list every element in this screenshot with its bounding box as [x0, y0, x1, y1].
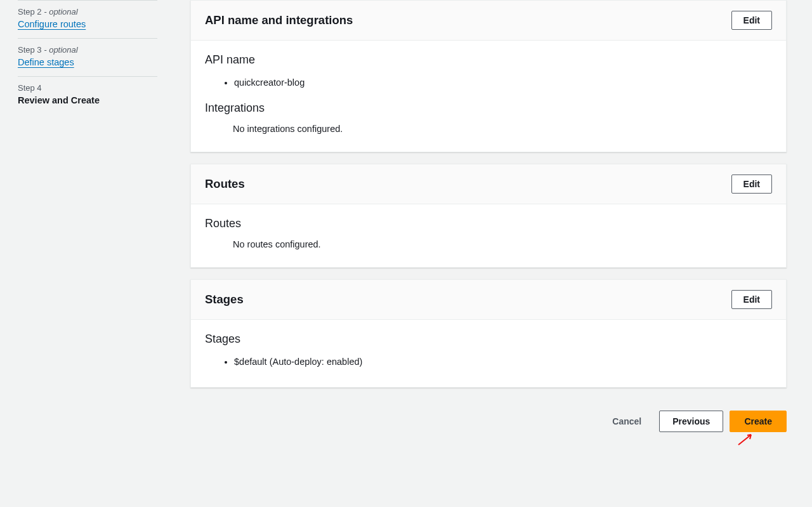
edit-button-api[interactable]: Edit [731, 11, 772, 30]
step-number: Step 2 [18, 7, 42, 16]
card-stages: Stages Edit Stages $default (Auto-deploy… [190, 279, 787, 388]
step-optional: - optional [44, 7, 77, 16]
card-title: Routes [205, 177, 245, 191]
card-body: API name quickcreator-blog Integrations … [191, 41, 786, 152]
step-meta: Step 2 - optional [18, 7, 157, 16]
step-number: Step 3 [18, 45, 42, 55]
card-body: Stages $default (Auto-deploy: enabled) [191, 320, 786, 387]
annotation-arrow-icon [737, 432, 755, 446]
step-link-configure-routes[interactable]: Configure routes [18, 19, 86, 29]
sidebar-step-2: Step 2 - optional Configure routes [18, 0, 157, 38]
step-meta: Step 3 - optional [18, 45, 157, 55]
cancel-button[interactable]: Cancel [601, 411, 653, 431]
step-current-review-and-create: Review and Create [18, 95, 157, 105]
card-header: Routes Edit [191, 164, 786, 204]
card-api-name-integrations: API name and integrations Edit API name … [190, 0, 787, 152]
previous-button[interactable]: Previous [659, 411, 723, 432]
step-optional: - optional [44, 45, 77, 55]
card-title: Stages [205, 293, 244, 306]
routes-heading: Routes [205, 217, 772, 230]
edit-button-routes[interactable]: Edit [731, 174, 772, 194]
card-routes: Routes Edit Routes No routes configured. [190, 164, 787, 268]
step-number: Step 4 [18, 83, 42, 93]
api-name-value: quickcreator-blog [234, 76, 772, 90]
card-body: Routes No routes configured. [191, 204, 786, 267]
step-link-define-stages[interactable]: Define stages [18, 57, 74, 67]
integrations-heading: Integrations [205, 102, 772, 115]
main-content: API name and integrations Edit API name … [165, 0, 812, 507]
step-meta: Step 4 [18, 83, 157, 93]
stages-heading: Stages [205, 333, 772, 346]
sidebar-step-3: Step 3 - optional Define stages [18, 38, 157, 76]
card-header: API name and integrations Edit [191, 1, 786, 41]
stage-value: $default (Auto-deploy: enabled) [234, 355, 772, 369]
routes-value: No routes configured. [205, 239, 772, 249]
api-name-heading: API name [205, 53, 772, 67]
wizard-actions: Cancel Previous Create [190, 399, 787, 437]
edit-button-stages[interactable]: Edit [731, 290, 772, 309]
card-title: API name and integrations [205, 13, 353, 27]
wizard-sidebar: Step 2 - optional Configure routes Step … [0, 0, 165, 507]
integrations-value: No integrations configured. [205, 124, 772, 134]
create-button[interactable]: Create [730, 411, 787, 432]
card-header: Stages Edit [191, 280, 786, 320]
sidebar-step-4: Step 4 Review and Create [18, 76, 157, 114]
